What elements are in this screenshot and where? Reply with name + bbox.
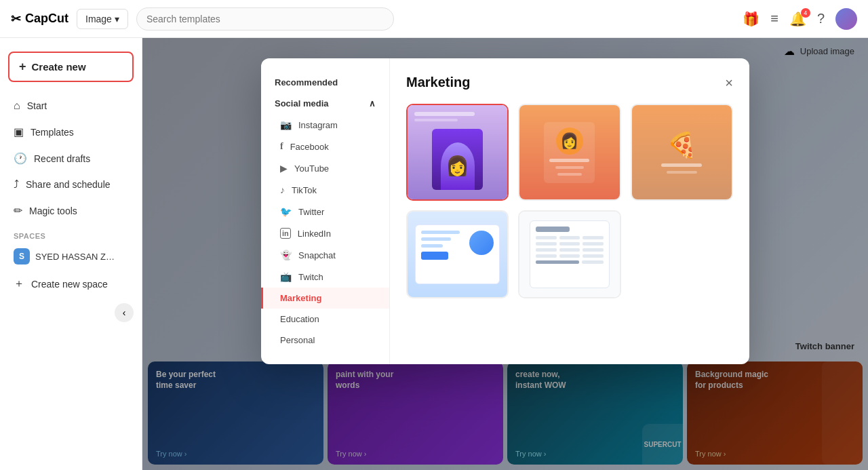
youtube-label: YouTube [294, 163, 329, 174]
templates-icon: ▣ [14, 125, 24, 138]
facebook-label: Facebook [290, 142, 329, 152]
linkedin-label: LinkedIn [298, 229, 331, 239]
tiktok-icon: ♪ [280, 184, 285, 195]
layers-icon[interactable]: ≡ [770, 11, 778, 26]
template-card-email-header[interactable]: Email header 600 × 200px [406, 210, 509, 298]
template-card-menu[interactable]: 🍕 Menu 21 × 29.7cm [631, 104, 733, 201]
avatar[interactable] [835, 8, 857, 30]
invoice-thumbnail [519, 212, 619, 297]
invoice-header-line [536, 227, 570, 232]
email-thumbnail [408, 212, 507, 297]
sidebar-recent-label: Recent drafts [34, 153, 90, 164]
invoice-info: Invoice 21 × 29.7cm [519, 297, 619, 298]
recommended-nav-item[interactable]: Recommended [261, 72, 389, 93]
sidebar-item-start[interactable]: ⌂ Start [0, 93, 142, 119]
template-card-poster[interactable]: 👩 Poster 42 × 59.4cm [406, 104, 509, 201]
magic-icon: ✏ [14, 204, 22, 217]
email-lines [421, 231, 464, 278]
modal-overlay[interactable]: Recommended Social media ∧ 📷 Instagram f… [142, 38, 868, 470]
tiktok-label: TikTok [292, 185, 317, 195]
nav-item-twitter[interactable]: 🐦 Twitter [261, 201, 389, 222]
education-label: Education [280, 314, 319, 324]
nav-item-instagram[interactable]: 📷 Instagram [261, 114, 389, 136]
template-card-invoice[interactable]: Invoice 21 × 29.7cm [518, 210, 620, 298]
menu-thumbnail: 🍕 [632, 105, 732, 199]
email-inner [415, 224, 500, 284]
sidebar-item-magic-tools[interactable]: ✏ Magic tools [0, 197, 142, 224]
nav-item-snapchat[interactable]: 👻 Snapchat [261, 244, 389, 266]
poster-info: Poster 42 × 59.4cm [408, 199, 507, 201]
sidebar-item-recent-drafts[interactable]: 🕐 Recent drafts [0, 145, 142, 172]
image-dropdown-label: Image [85, 14, 112, 24]
search-input[interactable] [136, 7, 394, 31]
modal-title: Marketing [406, 75, 470, 90]
sidebar-start-label: Start [27, 100, 47, 111]
snapchat-label: Snapchat [298, 250, 336, 260]
menu-info: Menu 21 × 29.7cm [632, 199, 732, 201]
flyer-thumbnail: 👩 [519, 105, 619, 199]
sidebar: + Create new ⌂ Start ▣ Templates 🕐 Recen… [0, 38, 142, 470]
sidebar-templates-label: Templates [31, 127, 74, 138]
sidebar-item-share-schedule[interactable]: ⤴ Share and schedule [0, 172, 142, 197]
nav-item-twitch[interactable]: 📺 Twitch [261, 266, 389, 288]
twitter-icon: 🐦 [280, 206, 292, 217]
nav-item-marketing[interactable]: Marketing [261, 288, 389, 309]
snapchat-icon: 👻 [280, 250, 292, 260]
nav-item-linkedin[interactable]: in LinkedIn [261, 222, 389, 244]
linkedin-icon: in [280, 228, 291, 239]
template-card-flyer[interactable]: 👩 Flyer 21 × 29.7cm [518, 104, 620, 201]
sidebar-item-templates[interactable]: ▣ Templates [0, 119, 142, 145]
notification-badge: 4 [801, 8, 810, 18]
templates-grid: 👩 Poster 42 × 59.4cm [406, 104, 733, 298]
collapse-chevron-icon: ∧ [369, 98, 376, 109]
flyer-info: Flyer 21 × 29.7cm [519, 199, 619, 201]
modal-close-button[interactable]: × [725, 76, 733, 90]
twitch-icon: 📺 [280, 271, 292, 282]
plus-icon: + [19, 60, 26, 74]
nav-item-facebook[interactable]: f Facebook [261, 136, 389, 157]
youtube-icon: ▶ [280, 163, 288, 174]
modal-left-nav: Recommended Social media ∧ 📷 Instagram f… [261, 58, 390, 364]
logo-icon: ✂ [11, 12, 21, 26]
instagram-label: Instagram [298, 120, 338, 130]
personal-label: Personal [280, 335, 315, 345]
poster-thumbnail: 👩 [408, 105, 507, 199]
sidebar-space-item[interactable]: S SYED HASSAN ZAM... [0, 243, 142, 270]
help-icon[interactable]: ? [817, 11, 825, 26]
social-media-category[interactable]: Social media ∧ [261, 93, 389, 114]
top-navigation: ✂ CapCut Image ▾ 🎁 ≡ 🔔 4 ? [0, 0, 868, 38]
logo[interactable]: ✂ CapCut [11, 12, 68, 26]
home-icon: ⌂ [14, 100, 20, 112]
nav-icons: 🎁 ≡ 🔔 4 ? [743, 8, 857, 30]
space-avatar: S [14, 248, 30, 265]
image-dropdown[interactable]: Image ▾ [77, 9, 128, 29]
modal-dialog: Recommended Social media ∧ 📷 Instagram f… [261, 58, 749, 364]
sidebar-share-label: Share and schedule [26, 179, 111, 190]
create-new-button[interactable]: + Create new [8, 52, 134, 82]
nav-item-youtube[interactable]: ▶ YouTube [261, 157, 389, 179]
modal-right-content: Marketing × [390, 58, 749, 364]
instagram-icon: 📷 [280, 119, 292, 130]
share-icon: ⤴ [14, 178, 19, 191]
create-space-label: Create new space [31, 279, 108, 290]
sidebar-create-space[interactable]: ＋ Create new space [0, 270, 142, 298]
notification-bell-icon[interactable]: 🔔 4 [789, 11, 806, 27]
nav-item-tiktok[interactable]: ♪ TikTok [261, 179, 389, 201]
create-new-label: Create new [32, 61, 86, 73]
main-layout: + Create new ⌂ Start ▣ Templates 🕐 Recen… [0, 38, 868, 470]
add-space-icon: ＋ [14, 277, 24, 291]
email-person-avatar [469, 231, 494, 255]
sidebar-collapse-button[interactable]: ‹ [115, 303, 134, 322]
modal-header: Marketing × [406, 75, 733, 90]
logo-text: CapCut [25, 12, 68, 26]
sidebar-magic-label: Magic tools [29, 205, 77, 216]
gift-icon[interactable]: 🎁 [743, 11, 760, 27]
chevron-down-icon: ▾ [115, 14, 119, 24]
email-info: Email header 600 × 200px [408, 297, 507, 298]
twitter-label: Twitter [298, 207, 324, 217]
nav-item-personal[interactable]: Personal [261, 330, 389, 351]
clock-icon: 🕐 [14, 152, 27, 165]
invoice-inner [530, 220, 610, 289]
social-media-label: Social media [275, 98, 328, 109]
nav-item-education[interactable]: Education [261, 309, 389, 330]
